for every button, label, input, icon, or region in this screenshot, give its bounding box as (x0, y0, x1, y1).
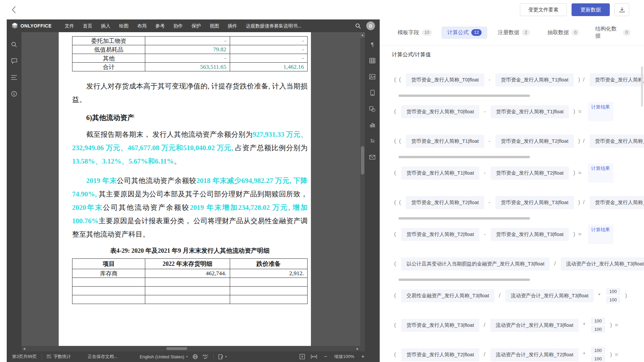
spellcheck-button[interactable]: ABC (203, 354, 209, 359)
field-pill[interactable]: 以公计且其变动计入当期损益的金融资产_发行人简称_T3|float (401, 257, 550, 270)
language-label: English (United States) (140, 354, 184, 359)
language-selector[interactable]: English (United States) ▾ (140, 354, 187, 359)
menu-item-3[interactable]: 绘图 (115, 19, 133, 32)
formula-operator: ) = (610, 322, 619, 328)
field-pill[interactable]: 货币资金_发行人简称_T2|float (401, 228, 479, 241)
mail-merge-icon[interactable] (369, 154, 376, 161)
update-data-button[interactable]: 更新数据 (572, 3, 610, 16)
download-button[interactable] (614, 3, 629, 16)
field-pill[interactable]: 货币资金_发行人简称_T1|float (401, 167, 479, 180)
formula-operator: ) / (578, 199, 585, 206)
tab-3[interactable]: 抽取数据0 (540, 26, 587, 39)
document-language-button[interactable] (193, 354, 198, 359)
zoom-level-label[interactable]: 缩放100% (334, 354, 354, 360)
find-icon[interactable] (10, 41, 18, 48)
zoom-in-button[interactable]: + (360, 354, 366, 360)
field-pill[interactable]: 流动资产合计_发行人简称_T3|float (490, 319, 579, 332)
menu-item-10[interactable]: 达观数据债券募集说明书... (241, 19, 306, 32)
horizontal-scrollbar[interactable]: ◀ ▶ (21, 346, 360, 351)
field-pill[interactable]: 货币资金_发行人简称_T1|float (491, 105, 569, 118)
field-pill[interactable]: 货币资金_发行人简称_T2|float (406, 196, 484, 209)
avatar[interactable]: D (366, 21, 375, 30)
image-settings-icon[interactable] (369, 73, 376, 80)
field-pill[interactable]: 货币资金_发行人简称_T2|float (401, 348, 479, 361)
field-pill[interactable]: 货币资金_发行人简称_T3|float (401, 319, 479, 332)
menu-item-9[interactable]: 插件 (223, 19, 241, 32)
document-page[interactable]: 委托加工物资--低值易耗品79.82-其他--合计563,511.651,462… (59, 32, 311, 346)
field-pill[interactable]: 货币资金_发行人简称_T3|float (495, 196, 574, 209)
row-label-cell (72, 278, 145, 287)
shape-settings-icon[interactable] (369, 105, 376, 113)
field-pill[interactable]: 货币资金_发行人简称_T2|float (495, 135, 574, 148)
field-pill[interactable]: 货币资金_发行人简称_T0|float (406, 73, 484, 86)
field-pill[interactable]: 货币资金_发行人简称_T1|float (495, 73, 574, 86)
zoom-out-button[interactable]: − (323, 354, 328, 360)
menu-item-8[interactable]: 视图 (205, 19, 223, 32)
table-row: 委托加工物资-- (72, 37, 308, 45)
field-pill[interactable]: 货币资金_发行人简称_T1|float (590, 73, 644, 86)
table-row: 其他-- (72, 54, 308, 63)
vscroll-thumb[interactable] (361, 146, 364, 175)
menu-item-6[interactable]: 协作 (169, 19, 187, 32)
menu-item-1[interactable]: 首页 (78, 19, 97, 32)
field-pill[interactable]: 流动资产合计_发行人简称_T3|float (561, 257, 644, 270)
field-pill[interactable]: 货币资金_发行人简称_T1|float (406, 135, 484, 148)
field-pill[interactable]: 货币资金_发行人简称_T2|float (590, 135, 644, 148)
formula-operator: ( ( (394, 76, 401, 83)
tab-count-badge: 10 (422, 29, 432, 36)
table-row (72, 287, 308, 295)
chart-settings-icon[interactable] (369, 121, 376, 129)
top-bar: 变更文件要素 更新数据 (0, 0, 644, 19)
vertical-scrollbar[interactable]: ▲ (360, 32, 365, 351)
field-pill[interactable]: 货币资金_发行人简称_T2|float (491, 167, 569, 180)
tab-0[interactable]: 模板字段10 (392, 26, 438, 39)
formula-operator: - (484, 170, 486, 176)
fit-width-button[interactable] (311, 354, 317, 359)
field-pill[interactable]: 货币资金_发行人简称_T3|float (590, 196, 644, 209)
hscroll-thumb[interactable] (166, 347, 187, 350)
back-button[interactable] (9, 6, 18, 13)
scroll-up-arrow-icon[interactable]: ▲ (360, 32, 365, 38)
panel-scrollbar[interactable] (641, 66, 643, 107)
textart-settings-icon[interactable]: Ta (369, 137, 376, 145)
text-segment: 主要原因是会计报表重分类， 公司将理财产品从交易性金融资产调整至其他流动资产科目… (72, 217, 308, 238)
field-pill[interactable]: 流动资产合计_发行人简称_T2|float (490, 348, 579, 361)
field-pill[interactable]: 货币资金_发行人简称_T0|float (401, 105, 479, 118)
tab-4[interactable]: 结构化数据0 (590, 23, 636, 42)
menu-item-7[interactable]: 保护 (187, 19, 205, 32)
value-cell (230, 295, 307, 304)
scroll-left-arrow-icon[interactable]: ◀ (21, 346, 27, 351)
menu-item-2[interactable]: 插入 (97, 19, 115, 32)
fit-page-button[interactable] (300, 354, 305, 359)
page-number-label[interactable]: 第3页共99页 (12, 354, 37, 360)
status-bar: 第3页共99页 123 字数统计 正在保存文档... English (Unit… (7, 351, 380, 362)
formula-operator: / (484, 351, 486, 358)
fraction-value: 100 (591, 347, 605, 354)
paragraph-settings-icon[interactable]: ¶ (369, 41, 376, 48)
field-pill[interactable]: 流动资产合计_发行人简称_T3|float (505, 289, 594, 302)
menu-item-4[interactable]: 布局 (133, 19, 151, 32)
table-row (72, 295, 308, 304)
info-icon[interactable] (10, 90, 18, 98)
search-icon[interactable] (355, 23, 361, 29)
word-count-button[interactable]: 123 字数统计 (47, 354, 71, 360)
formula-operator: - (489, 76, 491, 83)
comments-icon[interactable] (10, 57, 18, 65)
menu-item-5[interactable]: 参考 (151, 19, 169, 32)
fraction: 100100 (591, 317, 605, 333)
table-settings-icon[interactable] (369, 57, 376, 64)
row-label-cell: 其他 (72, 54, 145, 63)
header-footer-settings-icon[interactable] (369, 89, 376, 97)
logo-text: ONLYOFFICE (20, 23, 52, 28)
tab-1[interactable]: 计算公式12 (441, 26, 488, 39)
field-pill[interactable]: 交易性金融资产_发行人简称_T3|float (401, 289, 494, 302)
value-cell: 563,511.65 (145, 63, 230, 71)
field-pill[interactable]: 货币资金_发行人简称_T3|float (491, 228, 569, 241)
menu-item-0[interactable]: 文件 (60, 19, 78, 32)
tab-2[interactable]: 注册数据2 (491, 26, 537, 39)
change-file-elements-button[interactable]: 变更文件要素 (520, 3, 567, 16)
navigation-icon[interactable] (10, 74, 18, 81)
scroll-right-arrow-icon[interactable]: ▶ (355, 346, 360, 351)
tab-label: 模板字段 (398, 29, 419, 36)
track-changes-button[interactable]: ▾ (218, 354, 227, 359)
